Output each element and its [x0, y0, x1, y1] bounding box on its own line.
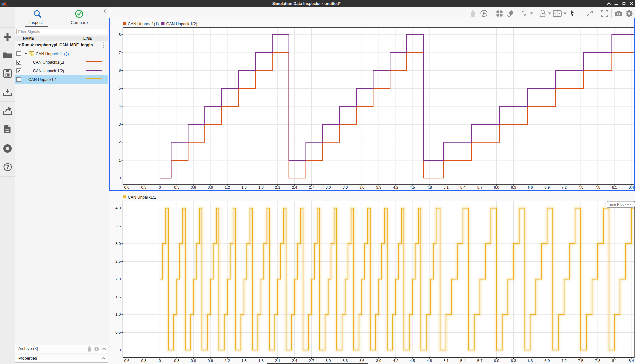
svg-text:6: 6: [119, 68, 121, 72]
svg-text:0: 0: [159, 359, 161, 363]
svg-text:4.0: 4.0: [116, 206, 121, 210]
svg-text:0.9: 0.9: [208, 359, 213, 363]
svg-text:3.3: 3.3: [343, 185, 348, 189]
svg-text:1.8: 1.8: [258, 185, 264, 189]
svg-text:0: 0: [119, 348, 121, 352]
svg-text:7.2: 7.2: [561, 185, 567, 189]
svg-text:2.0: 2.0: [116, 277, 121, 281]
svg-text:5.1: 5.1: [444, 359, 449, 363]
svg-text:7.8: 7.8: [595, 359, 600, 363]
svg-text:1: 1: [119, 158, 121, 162]
svg-text:Time Plot: Time Plot: [608, 203, 624, 207]
svg-text:8.1: 8.1: [612, 359, 617, 363]
svg-text:7.2: 7.2: [561, 359, 567, 363]
svg-text:4.2: 4.2: [393, 359, 398, 363]
svg-text:1.2: 1.2: [225, 185, 230, 189]
svg-text:8.4: 8.4: [629, 185, 634, 189]
svg-text:6.9: 6.9: [544, 185, 550, 189]
svg-text:3.3: 3.3: [343, 359, 348, 363]
svg-text:4.8: 4.8: [427, 185, 432, 189]
svg-text:-0.6: -0.6: [123, 359, 130, 363]
svg-text:0.9: 0.9: [208, 185, 213, 189]
svg-text:1.0: 1.0: [116, 312, 121, 316]
svg-text:5.4: 5.4: [460, 185, 466, 189]
svg-text:0: 0: [159, 185, 161, 189]
svg-text:7.8: 7.8: [595, 185, 600, 189]
svg-text:2.5: 2.5: [116, 259, 121, 263]
svg-text:2.4: 2.4: [292, 359, 298, 363]
svg-text:6.9: 6.9: [545, 359, 550, 363]
svg-text:6.6: 6.6: [528, 359, 533, 363]
svg-text:4.2: 4.2: [393, 185, 398, 189]
svg-text:7: 7: [119, 51, 121, 55]
svg-text:8.4: 8.4: [629, 359, 634, 363]
svg-text:-0.6: -0.6: [123, 185, 130, 189]
svg-text:5.7: 5.7: [477, 359, 483, 363]
svg-text:2.1: 2.1: [275, 185, 280, 189]
svg-text:?: ?: [6, 164, 9, 170]
svg-text:6.0: 6.0: [494, 359, 499, 363]
svg-text:1.5: 1.5: [116, 295, 121, 299]
svg-text:3.6: 3.6: [360, 359, 365, 363]
svg-text:6.3: 6.3: [511, 359, 516, 363]
svg-text:6.6: 6.6: [528, 185, 533, 189]
svg-text:3.9: 3.9: [376, 359, 381, 363]
svg-text:8: 8: [119, 33, 121, 37]
svg-text:1.2: 1.2: [225, 359, 230, 363]
svg-text:CAN Unpack:1(2): CAN Unpack:1(2): [166, 22, 197, 26]
svg-text:3.0: 3.0: [116, 242, 121, 246]
svg-text:5.4: 5.4: [460, 359, 466, 363]
svg-text:2.4: 2.4: [292, 185, 298, 189]
svg-text:6.0: 6.0: [494, 185, 499, 189]
svg-text:0.5: 0.5: [116, 330, 121, 334]
svg-text:5.7: 5.7: [477, 185, 483, 189]
svg-text:3.0: 3.0: [326, 185, 331, 189]
svg-text:2.7: 2.7: [309, 185, 314, 189]
svg-text:4.8: 4.8: [427, 359, 432, 363]
svg-text:1.5: 1.5: [241, 185, 247, 189]
svg-text:2.1: 2.1: [275, 359, 280, 363]
svg-text:4.5: 4.5: [410, 359, 415, 363]
svg-text:0.3: 0.3: [174, 185, 180, 189]
svg-text:1.8: 1.8: [258, 359, 264, 363]
svg-text:3.5: 3.5: [116, 224, 121, 228]
svg-text:3: 3: [119, 122, 121, 126]
svg-text:0.6: 0.6: [191, 359, 196, 363]
svg-text:0: 0: [119, 176, 121, 180]
svg-text:2: 2: [119, 140, 121, 144]
svg-text:-0.3: -0.3: [140, 185, 147, 189]
svg-text:1.5: 1.5: [241, 359, 247, 363]
svg-text:5.1: 5.1: [444, 185, 449, 189]
svg-text:3.9: 3.9: [376, 185, 381, 189]
svg-text:3.0: 3.0: [326, 359, 331, 363]
svg-text:4: 4: [119, 104, 121, 108]
svg-text:8.1: 8.1: [612, 185, 617, 189]
svg-text:7.5: 7.5: [578, 359, 583, 363]
svg-text:0.6: 0.6: [191, 185, 196, 189]
svg-text:0.3: 0.3: [174, 359, 180, 363]
svg-text:CAN Unpack:1(1): CAN Unpack:1(1): [128, 22, 159, 26]
svg-text:5: 5: [119, 87, 121, 91]
svg-text:2.7: 2.7: [309, 359, 314, 363]
svg-text:6.3: 6.3: [511, 185, 516, 189]
svg-text:CAN Unpack1:1: CAN Unpack1:1: [128, 195, 156, 200]
svg-text:7.5: 7.5: [578, 185, 583, 189]
svg-text:-0.3: -0.3: [140, 359, 147, 363]
svg-text:4.5: 4.5: [410, 185, 415, 189]
svg-text:3.6: 3.6: [360, 185, 365, 189]
